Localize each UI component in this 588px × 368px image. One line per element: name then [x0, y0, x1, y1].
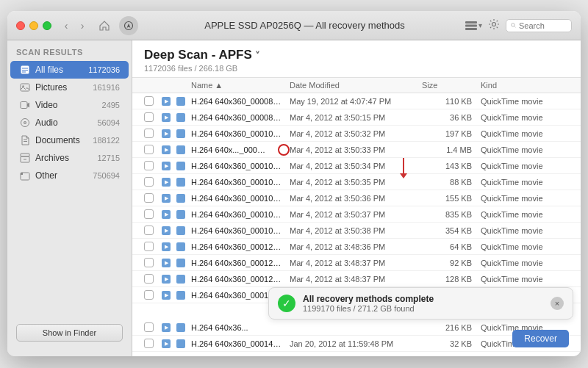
row-icon: ▶ [162, 259, 176, 267]
sidebar-item-audio[interactable]: Audio 56094 [10, 114, 129, 131]
row-checkbox[interactable] [144, 129, 162, 138]
row-type-icon [176, 291, 191, 300]
row-checkbox[interactable] [144, 193, 162, 203]
col-date-header[interactable]: Date Modified [290, 81, 422, 90]
title-chevron-icon[interactable]: ˅ [255, 50, 260, 61]
col-checkbox-header [144, 81, 162, 90]
sidebar-item-video[interactable]: Video 2495 [10, 96, 129, 114]
row-kind: QuickTime movie [481, 210, 569, 219]
sidebar: Scan results All files 1172036 [7, 40, 132, 356]
table-row[interactable]: ▶ H.264 640x..._000102.mov Mar 4, 2012 a… [132, 142, 581, 158]
row-size: 155 KB [422, 194, 481, 203]
row-name: H.264 640x..._000102.mov [191, 144, 290, 156]
row-kind: QuickTime movie [481, 113, 569, 122]
row-icon: ▶ [162, 113, 176, 122]
sidebar-item-all-files[interactable]: All files 1172036 [10, 61, 129, 79]
documents-icon [19, 134, 31, 146]
col-kind-header[interactable]: Kind [481, 81, 569, 90]
row-checkbox[interactable] [144, 274, 162, 284]
sidebar-count-documents: 188122 [93, 136, 120, 145]
row-size: 216 KB [422, 323, 481, 332]
row-checkbox[interactable] [144, 242, 162, 251]
table-row[interactable]: ▶ H.264 640x360_000122.mov Mar 4, 2012 a… [132, 239, 581, 255]
svg-point-6 [512, 24, 514, 26]
row-checkbox[interactable] [144, 145, 162, 154]
table-row[interactable]: ▶ H.264 640x360_000105.mov Mar 4, 2012 a… [132, 190, 581, 206]
sidebar-label-all-files: All files [35, 65, 84, 75]
close-button[interactable] [16, 21, 25, 30]
row-kind: QuickTime movie [481, 194, 569, 203]
back-button[interactable]: ‹ [59, 18, 74, 33]
show-in-finder-button[interactable]: Show in Finder [16, 324, 123, 342]
col-name-header[interactable]: Name ▲ [191, 81, 290, 90]
row-type-icon [176, 145, 191, 154]
row-checkbox[interactable] [144, 226, 162, 235]
settings-button[interactable] [488, 18, 500, 32]
sidebar-item-archives[interactable]: Archives 12715 [10, 149, 129, 167]
minimize-button[interactable] [29, 21, 38, 30]
col-size-header[interactable]: Size [422, 81, 481, 90]
other-icon [19, 170, 31, 181]
row-name: H.264 640x360_000105.mov [191, 194, 290, 203]
search-input[interactable] [519, 21, 567, 30]
row-checkbox[interactable] [144, 112, 162, 122]
row-size: 92 KB [422, 259, 481, 267]
file-subtitle: 1172036 files / 266.18 GB [144, 64, 569, 73]
table-row[interactable]: ▶ H.264 640x360_000104.mov Mar 4, 2012 a… [132, 174, 581, 190]
table-row[interactable]: ▶ H.264 640x360_000103.mov Mar 4, 2012 a… [132, 158, 581, 174]
row-checkbox[interactable] [144, 161, 162, 170]
table-row[interactable]: ▶ H.264 640x360_000083.mov May 19, 2012 … [132, 93, 581, 109]
sidebar-count-pictures: 161916 [93, 83, 120, 92]
row-icon: ▶ [162, 162, 176, 170]
view-options-button[interactable]: ▾ [465, 21, 482, 30]
scan-button[interactable] [119, 16, 138, 35]
table-row[interactable]: ▶ H.264 640x360_000124.mov Mar 4, 2012 a… [132, 271, 581, 287]
row-icon: ▶ [162, 210, 176, 219]
svg-rect-12 [21, 84, 29, 91]
maximize-button[interactable] [43, 21, 51, 30]
table-header: Name ▲ Date Modified Size Kind [132, 78, 581, 93]
row-name: H.264 640x360_000088.mov [191, 113, 290, 122]
row-checkbox[interactable] [144, 322, 162, 332]
row-icon: ▶ [162, 242, 176, 251]
row-size: 143 KB [422, 162, 481, 170]
svg-line-7 [514, 26, 516, 28]
row-checkbox[interactable] [144, 177, 162, 187]
row-type-icon [176, 323, 191, 332]
sidebar-label-pictures: Pictures [35, 82, 88, 93]
sidebar-item-pictures[interactable]: Pictures 161916 [10, 79, 129, 96]
row-checkbox[interactable] [144, 96, 162, 106]
table-row[interactable]: ▶ H.264 640x360_000088.mov Mar 4, 2012 a… [132, 109, 581, 126]
home-button[interactable] [96, 17, 113, 35]
row-checkbox[interactable] [144, 209, 162, 219]
sidebar-item-other[interactable]: Other 750694 [10, 167, 129, 184]
sidebar-label-audio: Audio [35, 118, 93, 128]
svg-rect-3 [465, 24, 477, 26]
row-checkbox[interactable] [144, 290, 162, 300]
row-name: H.264 640x360_000083.mov [191, 97, 290, 106]
row-kind: QuickTime movie [481, 129, 569, 138]
row-type-icon [176, 97, 191, 106]
table-row[interactable]: ▶ H.264 640x360_000123.mov Mar 4, 2012 a… [132, 255, 581, 271]
forward-button[interactable]: › [75, 18, 90, 33]
row-checkbox[interactable] [144, 258, 162, 267]
row-name: H.264 640x360_000124.mov [191, 275, 290, 284]
table-row[interactable]: ▶ H.264 640x360_000100.mov Mar 4, 2012 a… [132, 126, 581, 142]
sidebar-section-title: Scan results [7, 48, 132, 61]
table-row[interactable]: ▶ H.264 640x360_000107.mov Mar 4, 2012 a… [132, 223, 581, 239]
row-size: 354 KB [422, 226, 481, 235]
row-icon: ▶ [162, 339, 176, 348]
svg-point-5 [492, 23, 496, 26]
table-row[interactable]: ▶ H.264 640x360_000106.mov Mar 4, 2012 a… [132, 206, 581, 223]
row-kind: QuickTime movie [481, 275, 569, 284]
row-icon: ▶ [162, 145, 176, 154]
sidebar-item-documents[interactable]: Documents 188122 [10, 131, 129, 149]
row-type-icon [176, 226, 191, 235]
row-kind: QuickTime movie [481, 162, 569, 170]
row-name: H.264 640x360_000122.mov [191, 242, 290, 251]
search-box[interactable] [506, 19, 572, 32]
recover-button[interactable]: Recover [512, 330, 569, 347]
notification-close-button[interactable]: × [551, 297, 564, 310]
row-checkbox[interactable] [144, 339, 162, 348]
row-type-icon [176, 162, 191, 170]
